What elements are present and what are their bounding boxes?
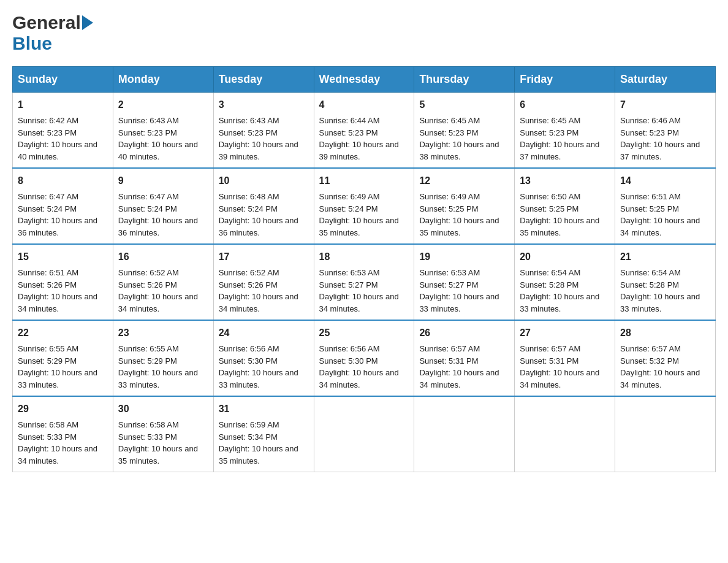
day-number: 28 <box>620 326 710 340</box>
calendar-cell: 1Sunrise: 6:42 AMSunset: 5:23 PMDaylight… <box>13 93 113 169</box>
calendar-cell: 28Sunrise: 6:57 AMSunset: 5:32 PMDayligh… <box>615 320 716 396</box>
calendar-cell: 25Sunrise: 6:56 AMSunset: 5:30 PMDayligh… <box>314 320 414 396</box>
day-number: 7 <box>620 98 710 112</box>
calendar-week-row: 1Sunrise: 6:42 AMSunset: 5:23 PMDaylight… <box>13 93 716 169</box>
sunset-text: Sunset: 5:24 PM <box>219 203 309 215</box>
calendar-cell: 27Sunrise: 6:57 AMSunset: 5:31 PMDayligh… <box>515 320 615 396</box>
sunset-text: Sunset: 5:25 PM <box>620 203 710 215</box>
sunrise-text: Sunrise: 6:49 AM <box>319 191 409 203</box>
day-number: 1 <box>18 98 108 112</box>
col-header-sunday: Sunday <box>13 67 113 93</box>
day-number: 13 <box>520 174 610 188</box>
day-number: 14 <box>620 174 710 188</box>
sunrise-text: Sunrise: 6:56 AM <box>219 343 309 355</box>
day-number: 2 <box>118 98 208 112</box>
day-number: 31 <box>219 402 309 416</box>
sunset-text: Sunset: 5:33 PM <box>118 431 208 443</box>
sunrise-text: Sunrise: 6:54 AM <box>520 267 610 279</box>
sunset-text: Sunset: 5:24 PM <box>319 203 409 215</box>
daylight-text: Daylight: 10 hours and 33 minutes. <box>620 291 710 315</box>
calendar-cell <box>414 396 515 472</box>
col-header-friday: Friday <box>515 67 615 93</box>
day-number: 10 <box>219 174 309 188</box>
logo-blue-text: Blue <box>12 33 52 54</box>
sunset-text: Sunset: 5:26 PM <box>219 279 309 291</box>
daylight-text: Daylight: 10 hours and 34 minutes. <box>620 215 710 239</box>
calendar-cell: 6Sunrise: 6:45 AMSunset: 5:23 PMDaylight… <box>515 93 615 169</box>
sunrise-text: Sunrise: 6:43 AM <box>118 115 208 127</box>
sunset-text: Sunset: 5:27 PM <box>319 279 409 291</box>
day-number: 25 <box>319 326 409 340</box>
sunset-text: Sunset: 5:23 PM <box>419 127 509 139</box>
sunset-text: Sunset: 5:31 PM <box>520 355 610 367</box>
day-number: 9 <box>118 174 208 188</box>
daylight-text: Daylight: 10 hours and 34 minutes. <box>620 367 710 391</box>
sunrise-text: Sunrise: 6:47 AM <box>118 191 208 203</box>
daylight-text: Daylight: 10 hours and 34 minutes. <box>219 291 309 315</box>
sunrise-text: Sunrise: 6:49 AM <box>419 191 509 203</box>
calendar-header-row: SundayMondayTuesdayWednesdayThursdayFrid… <box>13 67 716 93</box>
sunset-text: Sunset: 5:30 PM <box>319 355 409 367</box>
day-number: 18 <box>319 250 409 264</box>
sunset-text: Sunset: 5:25 PM <box>419 203 509 215</box>
calendar-week-row: 22Sunrise: 6:55 AMSunset: 5:29 PMDayligh… <box>13 320 716 396</box>
daylight-text: Daylight: 10 hours and 35 minutes. <box>419 215 509 239</box>
sunset-text: Sunset: 5:26 PM <box>118 279 208 291</box>
page-header: General Blue <box>12 12 716 54</box>
day-number: 30 <box>118 402 208 416</box>
day-number: 20 <box>520 250 610 264</box>
day-number: 12 <box>419 174 509 188</box>
sunrise-text: Sunrise: 6:51 AM <box>18 267 108 279</box>
sunset-text: Sunset: 5:27 PM <box>419 279 509 291</box>
sunset-text: Sunset: 5:29 PM <box>18 355 108 367</box>
daylight-text: Daylight: 10 hours and 35 minutes. <box>520 215 610 239</box>
daylight-text: Daylight: 10 hours and 33 minutes. <box>118 367 208 391</box>
day-number: 23 <box>118 326 208 340</box>
sunset-text: Sunset: 5:32 PM <box>620 355 710 367</box>
calendar-cell <box>515 396 615 472</box>
daylight-text: Daylight: 10 hours and 35 minutes. <box>219 443 309 467</box>
calendar-cell: 22Sunrise: 6:55 AMSunset: 5:29 PMDayligh… <box>13 320 113 396</box>
daylight-text: Daylight: 10 hours and 33 minutes. <box>520 291 610 315</box>
sunrise-text: Sunrise: 6:54 AM <box>620 267 710 279</box>
calendar-cell: 13Sunrise: 6:50 AMSunset: 5:25 PMDayligh… <box>515 168 615 244</box>
sunrise-text: Sunrise: 6:55 AM <box>18 343 108 355</box>
calendar-cell: 18Sunrise: 6:53 AMSunset: 5:27 PMDayligh… <box>314 244 414 320</box>
col-header-tuesday: Tuesday <box>213 67 314 93</box>
calendar-cell: 5Sunrise: 6:45 AMSunset: 5:23 PMDaylight… <box>414 93 515 169</box>
sunrise-text: Sunrise: 6:58 AM <box>118 419 208 431</box>
sunrise-text: Sunrise: 6:46 AM <box>620 115 710 127</box>
sunrise-text: Sunrise: 6:56 AM <box>319 343 409 355</box>
daylight-text: Daylight: 10 hours and 34 minutes. <box>419 367 509 391</box>
sunrise-text: Sunrise: 6:42 AM <box>18 115 108 127</box>
day-number: 8 <box>18 174 108 188</box>
daylight-text: Daylight: 10 hours and 34 minutes. <box>319 367 409 391</box>
daylight-text: Daylight: 10 hours and 36 minutes. <box>219 215 309 239</box>
daylight-text: Daylight: 10 hours and 34 minutes. <box>319 291 409 315</box>
sunrise-text: Sunrise: 6:44 AM <box>319 115 409 127</box>
sunrise-text: Sunrise: 6:50 AM <box>520 191 610 203</box>
calendar-cell: 4Sunrise: 6:44 AMSunset: 5:23 PMDaylight… <box>314 93 414 169</box>
sunset-text: Sunset: 5:25 PM <box>520 203 610 215</box>
sunrise-text: Sunrise: 6:55 AM <box>118 343 208 355</box>
sunrise-text: Sunrise: 6:52 AM <box>219 267 309 279</box>
sunrise-text: Sunrise: 6:47 AM <box>18 191 108 203</box>
sunset-text: Sunset: 5:23 PM <box>219 127 309 139</box>
sunrise-text: Sunrise: 6:57 AM <box>620 343 710 355</box>
calendar-cell: 12Sunrise: 6:49 AMSunset: 5:25 PMDayligh… <box>414 168 515 244</box>
sunrise-text: Sunrise: 6:57 AM <box>520 343 610 355</box>
logo-triangle-icon <box>82 15 93 30</box>
sunrise-text: Sunrise: 6:59 AM <box>219 419 309 431</box>
sunset-text: Sunset: 5:29 PM <box>118 355 208 367</box>
day-number: 19 <box>419 250 509 264</box>
day-number: 21 <box>620 250 710 264</box>
daylight-text: Daylight: 10 hours and 36 minutes. <box>18 215 108 239</box>
day-number: 29 <box>18 402 108 416</box>
sunrise-text: Sunrise: 6:53 AM <box>319 267 409 279</box>
calendar-cell: 10Sunrise: 6:48 AMSunset: 5:24 PMDayligh… <box>213 168 314 244</box>
sunset-text: Sunset: 5:23 PM <box>18 127 108 139</box>
sunrise-text: Sunrise: 6:45 AM <box>419 115 509 127</box>
daylight-text: Daylight: 10 hours and 34 minutes. <box>18 443 108 467</box>
calendar-cell: 11Sunrise: 6:49 AMSunset: 5:24 PMDayligh… <box>314 168 414 244</box>
calendar-cell: 21Sunrise: 6:54 AMSunset: 5:28 PMDayligh… <box>615 244 716 320</box>
